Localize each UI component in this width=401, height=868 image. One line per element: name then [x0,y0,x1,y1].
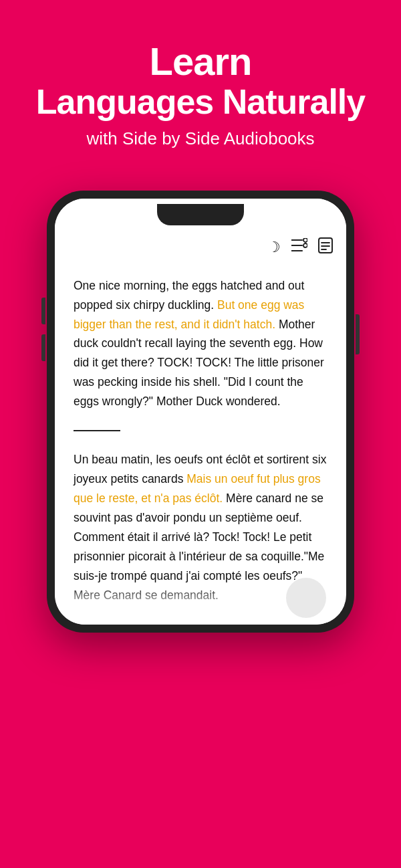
audio-bubble[interactable] [286,578,326,618]
hero-title-languages: Languages Naturally [27,83,374,121]
phone-frame: ☽ [47,191,354,633]
english-text-block: One nice morning, the eggs hatched and o… [74,276,327,411]
french-text-block: Un beau matin, les oeufs ont éclôt et so… [74,450,327,605]
moon-icon[interactable]: ☽ [267,239,281,256]
phone-side-button [356,314,360,354]
svg-point-3 [303,238,307,242]
hero-subtitle: with Side by Side Audiobooks [27,128,374,150]
section-divider [74,430,120,432]
phone-toolbar: ☽ [55,232,346,263]
document-icon[interactable] [318,237,333,257]
phone-wrapper: ☽ [0,171,401,633]
svg-point-4 [303,243,307,247]
hero-title-learn: Learn [27,40,374,83]
phone-inner: ☽ [55,199,346,625]
settings-list-icon[interactable] [291,238,307,257]
hero-section: Learn Languages Naturally with Side by S… [0,0,401,171]
bottom-fade [55,584,346,625]
svg-rect-5 [319,238,332,253]
phone-notch [157,204,244,225]
phone-content: One nice morning, the eggs hatched and o… [55,263,346,625]
phone-notch-bar [55,199,346,232]
